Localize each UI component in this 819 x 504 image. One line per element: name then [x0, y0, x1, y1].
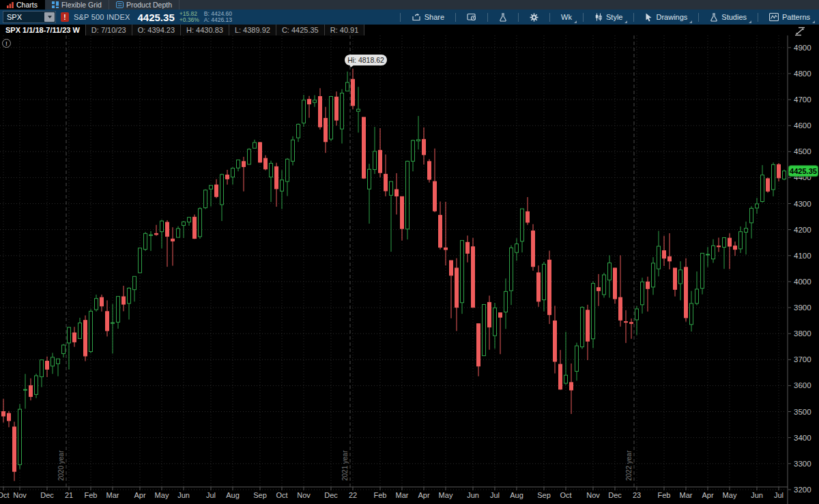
candle-body — [510, 248, 513, 291]
ohlc-date: D: 7/10/23 — [86, 25, 132, 35]
patterns-button[interactable]: Patterns — [763, 10, 816, 25]
candle-body — [488, 302, 491, 327]
svg-text:3700: 3700 — [794, 355, 811, 364]
candle-body — [324, 118, 328, 141]
axis-labels: 3200330034003500360037003800390040004100… — [0, 44, 811, 499]
candle-body — [499, 313, 502, 317]
candle-body — [297, 124, 300, 138]
notes-button[interactable] — [461, 10, 483, 25]
svg-text:4200: 4200 — [794, 226, 811, 234]
candle-body — [734, 246, 737, 250]
svg-text:3400: 3400 — [794, 434, 811, 442]
candle-body — [111, 323, 115, 323]
candle-body — [346, 83, 349, 91]
tab-flexible-grid[interactable]: Flexible Grid — [45, 0, 109, 10]
timeframe-button[interactable]: Wk — [555, 10, 578, 25]
tab-product-depth[interactable]: Product Depth — [109, 0, 179, 10]
svg-text:Mar: Mar — [396, 491, 409, 499]
symbol-input[interactable]: SPX — [3, 11, 56, 23]
candle-body — [526, 211, 530, 222]
candle-body — [750, 208, 753, 222]
candle-body — [319, 96, 322, 127]
svg-text:Sep: Sep — [537, 491, 551, 499]
style-button[interactable]: Style — [588, 10, 629, 25]
cursor-icon — [645, 13, 652, 22]
svg-text:Dec: Dec — [324, 491, 338, 499]
candle-body — [641, 282, 644, 305]
candle-body — [384, 174, 388, 190]
candle-body — [231, 168, 235, 177]
symbol-dropdown-button[interactable] — [44, 12, 55, 22]
bar-chart-icon — [7, 1, 14, 8]
settings-button[interactable] — [523, 10, 545, 25]
candle-body — [122, 297, 126, 304]
candle-body — [275, 166, 278, 188]
axes — [0, 35, 788, 504]
candle-body — [89, 311, 93, 351]
candle-body — [477, 324, 480, 366]
candle-body — [515, 244, 519, 253]
candle-body — [624, 322, 628, 323]
candle-body — [160, 221, 164, 232]
toolbar-separator — [583, 13, 584, 22]
candle-body — [690, 303, 693, 325]
share-button[interactable]: Share — [405, 10, 450, 25]
info-icon[interactable]: ! — [2, 39, 11, 48]
candle-body — [302, 100, 306, 123]
candle-body — [663, 251, 666, 258]
tab-charts[interactable]: Charts — [0, 0, 45, 10]
candle-body — [106, 312, 109, 331]
svg-text:Jun: Jun — [751, 491, 763, 499]
svg-text:Nov: Nov — [586, 491, 600, 499]
candle-body — [766, 179, 770, 191]
svg-text:21: 21 — [65, 491, 73, 499]
drawings-button[interactable]: Drawings — [639, 10, 693, 25]
svg-text:4300: 4300 — [794, 200, 811, 208]
horizontal-gridlines — [0, 48, 786, 490]
chart-style-icon — [594, 13, 603, 21]
candle-body — [210, 186, 213, 189]
share-icon — [412, 13, 421, 21]
candle-body — [559, 364, 562, 389]
candle-body — [493, 308, 497, 336]
maximize-chart-icon[interactable] — [794, 27, 805, 36]
candle-body — [84, 321, 87, 356]
studies-button[interactable]: Studies — [704, 10, 753, 25]
svg-text:2021 year: 2021 year — [341, 450, 349, 481]
candle-body — [777, 164, 781, 177]
svg-text:4100: 4100 — [794, 252, 811, 260]
alert-badge-icon[interactable]: ! — [61, 12, 69, 22]
candle-body — [40, 360, 44, 377]
ohlc-close: C: 4425.35 — [276, 25, 325, 35]
svg-text:Mar: Mar — [106, 491, 119, 499]
last-price: 4425.35 — [138, 12, 175, 23]
candle-body — [723, 237, 726, 247]
candle-body — [259, 143, 262, 162]
svg-text:Aug: Aug — [510, 491, 523, 499]
candle-body — [761, 175, 764, 202]
candle-body — [13, 427, 16, 471]
candle-body — [417, 140, 420, 141]
candle-body — [330, 96, 333, 139]
candle-body — [291, 140, 295, 161]
svg-text:Feb: Feb — [85, 491, 98, 499]
svg-text:2020 year: 2020 year — [57, 450, 65, 481]
candle-body — [308, 100, 311, 104]
candles — [2, 69, 786, 481]
timeframe-label: Wk — [561, 13, 572, 21]
svg-text:Jul: Jul — [490, 491, 500, 499]
candle-body — [357, 109, 360, 111]
candle-body — [635, 309, 639, 320]
candle-body — [685, 267, 688, 318]
candle-body — [199, 209, 202, 237]
candle-body — [646, 282, 650, 288]
svg-text:Dec: Dec — [40, 491, 54, 499]
candle-body — [412, 140, 415, 162]
candle-body — [401, 196, 404, 228]
candlestick-chart[interactable]: 2020 year2021 year2022 year3200330034003… — [0, 35, 819, 504]
toolbar-separator — [633, 13, 634, 22]
candle-body — [270, 163, 273, 177]
candle-body — [537, 273, 541, 301]
svg-text:3500: 3500 — [794, 408, 811, 416]
quick-study-button[interactable] — [493, 10, 513, 25]
